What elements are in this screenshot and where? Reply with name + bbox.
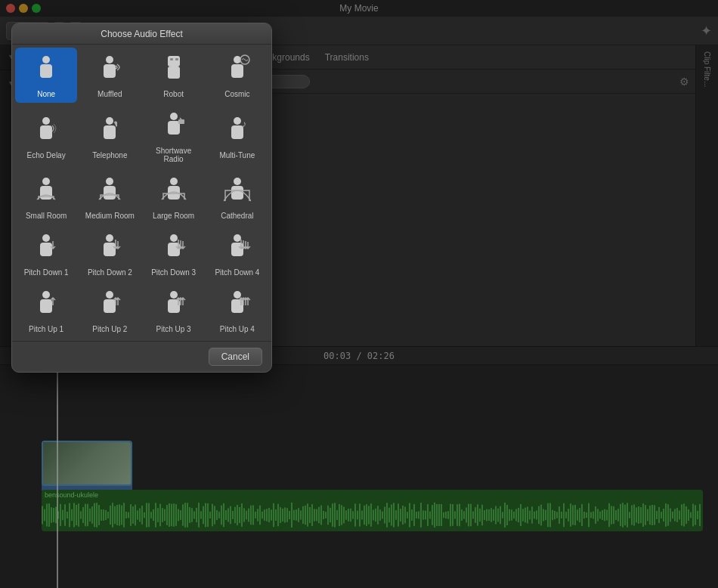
effect-label-muffled: Muffled [97,90,122,98]
effect-item-pitch-down-3[interactable]: Pitch Down 3 [143,226,205,281]
svg-rect-14 [104,125,116,139]
effect-label-pitch-up-2: Pitch Up 2 [92,325,127,333]
effect-item-pitch-up-2[interactable]: Pitch Up 2 [79,283,141,338]
svg-rect-25 [104,186,116,200]
svg-text:♪: ♪ [242,119,246,129]
svg-point-19 [234,117,241,125]
svg-point-40 [106,291,113,299]
robot-icon [160,54,187,87]
svg-point-26 [170,178,178,185]
modal-overlay: Choose Audio Effect None Muffled [0,0,718,588]
svg-rect-7 [168,67,180,79]
svg-line-18 [180,118,181,119]
pitch-down-4-icon [224,232,251,265]
effect-item-large-room[interactable]: Large Room [143,169,205,224]
pitch-down-3-icon [160,232,187,265]
svg-point-32 [106,234,113,242]
effect-label-none: None [37,90,55,98]
none-icon [32,54,60,87]
svg-point-42 [170,291,178,299]
effect-label-pitch-up-3: Pitch Up 3 [156,325,191,333]
multi-tune-icon: ♪ [224,115,251,148]
effect-item-pitch-up-3[interactable]: Pitch Up 3 [143,283,205,338]
effect-item-muffled[interactable]: Muffled [79,48,141,103]
pitch-up-4-icon [224,289,251,322]
effect-label-large-room: Large Room [153,212,194,220]
echo-delay-icon [32,115,60,148]
svg-point-15 [170,113,178,120]
effect-item-pitch-down-4[interactable]: Pitch Down 4 [206,226,268,281]
svg-point-2 [106,56,113,63]
muffled-icon [96,54,123,87]
svg-point-11 [42,117,50,125]
svg-rect-23 [40,186,52,200]
large-room-icon [160,175,187,209]
telephone-icon [96,115,123,148]
dialog-footer: Cancel [12,341,271,372]
effect-label-pitch-up-4: Pitch Up 4 [220,325,255,333]
effect-label-pitch-down-4: Pitch Down 4 [215,268,259,277]
svg-rect-9 [231,64,243,78]
svg-rect-29 [231,186,243,200]
svg-point-44 [234,291,241,299]
svg-rect-12 [40,125,52,139]
effect-label-shortwave-radio: Shortwave Radio [146,147,202,163]
svg-rect-4 [168,56,180,67]
svg-point-0 [42,56,50,63]
svg-point-28 [234,178,241,185]
svg-point-30 [42,234,50,242]
svg-point-34 [170,234,178,242]
dialog-titlebar: Choose Audio Effect [12,23,271,45]
effect-label-cathedral: Cathedral [221,212,253,220]
svg-rect-31 [40,243,52,256]
dialog-title: Choose Audio Effect [101,29,183,39]
effect-item-shortwave-radio[interactable]: Shortwave Radio [143,104,205,168]
cathedral-icon [224,175,251,209]
audio-effect-dialog: Choose Audio Effect None Muffled [11,23,272,373]
cosmic-icon [224,54,251,87]
svg-rect-6 [175,58,178,60]
effect-item-pitch-up-1[interactable]: Pitch Up 1 [15,283,77,338]
small-room-icon [32,175,60,209]
effect-item-small-room[interactable]: Small Room [15,169,77,224]
svg-rect-1 [40,64,52,78]
effect-item-cathedral[interactable]: Cathedral [206,169,268,224]
effect-item-multi-tune[interactable]: ♪ Multi-Tune [206,104,268,168]
effect-label-cosmic: Cosmic [224,90,249,98]
effect-item-robot[interactable]: Robot [143,48,205,103]
effect-label-telephone: Telephone [92,151,127,159]
effect-item-pitch-down-1[interactable]: Pitch Down 1 [15,226,77,281]
svg-rect-41 [104,299,116,313]
effect-label-pitch-down-2: Pitch Down 2 [88,268,132,277]
svg-rect-33 [104,243,116,256]
effect-item-pitch-down-2[interactable]: Pitch Down 2 [79,226,141,281]
shortwave-radio-icon [160,110,187,144]
effect-item-telephone[interactable]: Telephone [79,104,141,168]
svg-point-36 [234,234,241,242]
effect-item-echo-delay[interactable]: Echo Delay [15,104,77,168]
pitch-down-1-icon [32,232,60,265]
effect-label-multi-tune: Multi-Tune [219,151,255,159]
effect-label-small-room: Small Room [26,212,67,220]
pitch-up-1-icon [32,289,60,322]
svg-rect-17 [178,119,184,124]
svg-rect-3 [104,64,116,78]
medium-room-icon [96,175,123,209]
pitch-up-2-icon [96,289,123,322]
svg-point-38 [42,291,50,299]
effect-label-pitch-down-3: Pitch Down 3 [151,268,196,277]
effect-item-medium-room[interactable]: Medium Room [79,169,141,224]
cancel-button[interactable]: Cancel [209,348,262,366]
effect-item-cosmic[interactable]: Cosmic [206,48,268,103]
svg-rect-16 [168,121,180,135]
effect-label-pitch-down-1: Pitch Down 1 [24,268,69,277]
svg-rect-39 [40,299,52,313]
svg-point-13 [106,117,113,125]
effect-label-echo-delay: Echo Delay [27,151,66,159]
effect-item-pitch-up-4[interactable]: Pitch Up 4 [206,283,268,338]
effect-item-none[interactable]: None [15,48,77,103]
pitch-up-3-icon [160,289,187,322]
pitch-down-2-icon [96,232,123,265]
effect-label-robot: Robot [163,90,184,98]
svg-point-24 [106,178,113,185]
